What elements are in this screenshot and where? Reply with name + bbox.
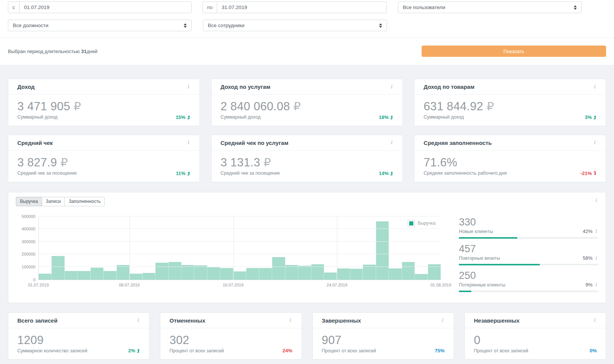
- kpi-value: 3 131.3 ₽: [221, 155, 394, 170]
- revenue-bar: [350, 269, 363, 280]
- x-axis-tick: 24.07.2019: [327, 283, 347, 287]
- kpi-subtitle: Процент от всех записей: [474, 348, 529, 353]
- gridline: [39, 228, 441, 229]
- currency-ruble: ₽: [60, 156, 68, 169]
- kpi-card-avg-check: Средний чек i 3 827.9 ₽ Средний чек за п…: [8, 135, 200, 182]
- kpi-subtitle: Суммарный доход: [221, 114, 261, 120]
- info-icon[interactable]: i: [390, 140, 393, 146]
- stat-value: 330: [459, 216, 598, 228]
- chart-tabs: Выручка Записи Заполненность: [16, 197, 105, 206]
- revenue-chart-card: Выручка Записи Заполненность i Выручка 0…: [8, 192, 606, 303]
- select-caret-icon: [184, 23, 187, 28]
- gridline: [39, 254, 441, 254]
- kpi-subtitle: Суммарный доход: [17, 114, 58, 120]
- x-axis-tick: 16.07.2019: [223, 283, 244, 287]
- info-icon[interactable]: i: [390, 84, 393, 90]
- revenue-bar: [376, 221, 389, 279]
- date-from-group: с: [8, 2, 192, 13]
- chart-legend: Выручка: [407, 219, 438, 228]
- revenue-bar: [298, 266, 311, 280]
- gridline: [39, 241, 441, 242]
- stat-percent: 58%i: [583, 255, 598, 261]
- currency-ruble: ₽: [264, 156, 271, 169]
- date-to-input[interactable]: [217, 2, 386, 13]
- revenue-bar: [155, 263, 168, 280]
- info-icon[interactable]: i: [441, 317, 445, 323]
- info-icon[interactable]: i: [593, 140, 597, 146]
- kpi-subtitle: Суммарный доход: [424, 114, 464, 120]
- trend-percent: 15%: [176, 114, 190, 120]
- dashboard-main: Доход i 3 471 905 ₽ Суммарный доход 15% …: [0, 65, 614, 359]
- stat-percent: 9%i: [585, 282, 598, 288]
- info-icon[interactable]: i: [187, 84, 190, 90]
- users-select-value: Все пользователи: [403, 5, 445, 10]
- legend-swatch-icon: [408, 220, 415, 227]
- revenue-bar: [402, 262, 415, 280]
- level-up-icon: [390, 115, 393, 119]
- card-total-records: Всего записей i 1209 Суммарное количеств…: [8, 312, 149, 360]
- positions-select[interactable]: Все должности: [8, 20, 192, 31]
- kpi-value: 71.6%: [424, 155, 597, 170]
- card-title: Средняя заполненность: [424, 140, 492, 146]
- card-title: Всего записей: [17, 317, 58, 324]
- trend-percent: -21%: [580, 171, 597, 176]
- revenue-bar: [246, 268, 259, 279]
- level-up-icon: [390, 171, 393, 175]
- card-title: Отмененных: [169, 317, 205, 324]
- card-title: Доход: [17, 84, 35, 90]
- currency-ruble: ₽: [74, 100, 81, 113]
- progress-bar: [459, 264, 598, 265]
- level-up-icon: [137, 349, 140, 353]
- revenue-bar: [39, 274, 52, 279]
- info-icon[interactable]: i: [289, 317, 293, 323]
- trend-percent: 75%: [435, 348, 445, 353]
- tab-occupancy[interactable]: Заполненность: [64, 197, 105, 206]
- kpi-value: 3 827.9 ₽: [17, 155, 190, 170]
- revenue-bar: [207, 267, 220, 280]
- y-axis-tick: 400000: [21, 227, 35, 231]
- revenue-bar: [130, 274, 142, 279]
- gridline: [39, 267, 441, 267]
- period-bar: Выбран период длительностью31дней Показа…: [0, 37, 614, 65]
- date-from-input[interactable]: [20, 2, 191, 13]
- revenue-bar: [337, 268, 350, 280]
- level-down-icon: [593, 171, 597, 175]
- date-to-group: по: [203, 2, 387, 13]
- info-icon[interactable]: i: [593, 317, 597, 323]
- info-icon[interactable]: i: [594, 282, 598, 288]
- info-icon[interactable]: i: [594, 228, 598, 235]
- info-icon[interactable]: i: [136, 317, 140, 323]
- revenue-chart-plot: Выручка 0100000200000300000400000500000: [38, 216, 441, 280]
- y-axis-tick: 300000: [21, 239, 35, 244]
- stat-value: 457: [459, 243, 598, 255]
- filter-bar: с по Все пользователи Все должности Все …: [0, 0, 614, 65]
- info-icon[interactable]: i: [187, 140, 190, 146]
- x-axis-tick: 01.08.2019: [430, 283, 451, 287]
- revenue-bar: [65, 271, 78, 280]
- users-select[interactable]: Все пользователи: [398, 2, 582, 13]
- tab-revenue[interactable]: Выручка: [16, 197, 42, 206]
- info-icon[interactable]: i: [593, 84, 597, 90]
- y-axis-tick: 0: [33, 277, 35, 282]
- info-icon[interactable]: i: [594, 255, 598, 261]
- chart-bars: [39, 216, 441, 280]
- currency-ruble: ₽: [486, 100, 494, 113]
- kpi-card-avg-service-check: Средний чек по услугам i 3 131.3 ₽ Средн…: [211, 135, 403, 182]
- tab-records[interactable]: Записи: [42, 197, 65, 206]
- revenue-bar: [233, 271, 246, 279]
- employees-select[interactable]: Все сотрудники: [203, 20, 387, 31]
- kpi-card-avg-occupancy: Средняя заполненность i 71.6% Средняя за…: [414, 135, 606, 182]
- currency-ruble: ₽: [293, 100, 301, 113]
- select-caret-icon: [379, 23, 382, 28]
- trend-percent: 11%: [176, 171, 190, 176]
- show-button[interactable]: Показать: [422, 46, 606, 57]
- trend-percent: 3%: [585, 114, 597, 120]
- revenue-bar: [117, 265, 130, 280]
- positions-select-value: Все должности: [13, 23, 48, 28]
- info-icon[interactable]: i: [594, 198, 598, 204]
- kpi-card-service-income: Доход по услугам i 2 840 060.08 ₽ Суммар…: [211, 79, 403, 126]
- progress-bar: [459, 291, 598, 292]
- y-axis-tick: 500000: [21, 214, 35, 218]
- kpi-value: 2 840 060.08 ₽: [221, 99, 394, 114]
- kpi-card-income: Доход i 3 471 905 ₽ Суммарный доход 15%: [8, 79, 200, 126]
